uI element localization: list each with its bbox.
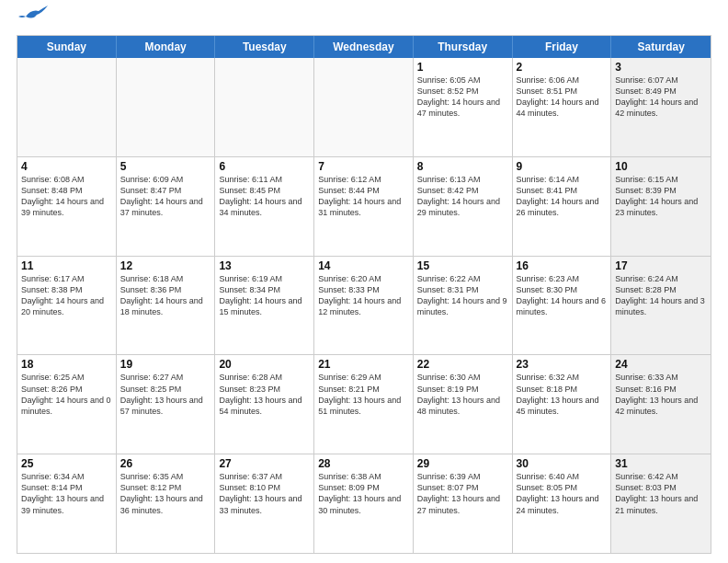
calendar-cell-19: 19Sunrise: 6:27 AM Sunset: 8:25 PM Dayli… bbox=[117, 355, 216, 454]
calendar-header: SundayMondayTuesdayWednesdayThursdayFrid… bbox=[17, 36, 711, 58]
calendar-cell-22: 22Sunrise: 6:30 AM Sunset: 8:19 PM Dayli… bbox=[414, 355, 513, 454]
calendar-cell-empty-0-0 bbox=[17, 58, 117, 156]
day-info: Sunrise: 6:08 AM Sunset: 8:48 PM Dayligh… bbox=[21, 174, 112, 219]
day-number: 17 bbox=[615, 259, 707, 272]
day-number: 28 bbox=[318, 457, 409, 470]
calendar-cell-8: 8Sunrise: 6:13 AM Sunset: 8:42 PM Daylig… bbox=[414, 157, 513, 256]
day-number: 15 bbox=[417, 259, 508, 272]
day-info: Sunrise: 6:09 AM Sunset: 8:47 PM Dayligh… bbox=[120, 174, 211, 219]
day-number: 25 bbox=[21, 457, 112, 470]
page: SundayMondayTuesdayWednesdayThursdayFrid… bbox=[0, 0, 728, 563]
weekday-header-friday: Friday bbox=[513, 36, 612, 58]
day-number: 24 bbox=[615, 358, 707, 371]
header bbox=[17, 15, 711, 26]
day-number: 23 bbox=[517, 358, 608, 371]
day-number: 27 bbox=[219, 457, 310, 470]
calendar-row-3: 18Sunrise: 6:25 AM Sunset: 8:26 PM Dayli… bbox=[17, 355, 711, 454]
calendar-cell-6: 6Sunrise: 6:11 AM Sunset: 8:45 PM Daylig… bbox=[215, 157, 314, 256]
calendar-row-0: 1Sunrise: 6:05 AM Sunset: 8:52 PM Daylig… bbox=[17, 58, 711, 157]
calendar-cell-1: 1Sunrise: 6:05 AM Sunset: 8:52 PM Daylig… bbox=[414, 58, 513, 156]
logo bbox=[17, 15, 48, 26]
day-number: 18 bbox=[21, 358, 112, 371]
day-number: 26 bbox=[120, 457, 211, 470]
day-number: 13 bbox=[219, 259, 310, 272]
calendar-cell-empty-0-1 bbox=[117, 58, 216, 156]
day-info: Sunrise: 6:28 AM Sunset: 8:23 PM Dayligh… bbox=[219, 372, 310, 417]
day-info: Sunrise: 6:18 AM Sunset: 8:36 PM Dayligh… bbox=[120, 273, 211, 318]
day-number: 7 bbox=[318, 160, 409, 173]
day-info: Sunrise: 6:13 AM Sunset: 8:42 PM Dayligh… bbox=[417, 174, 508, 219]
day-info: Sunrise: 6:34 AM Sunset: 8:14 PM Dayligh… bbox=[21, 471, 112, 516]
day-info: Sunrise: 6:40 AM Sunset: 8:05 PM Dayligh… bbox=[517, 471, 608, 516]
day-number: 19 bbox=[120, 358, 211, 371]
day-info: Sunrise: 6:19 AM Sunset: 8:34 PM Dayligh… bbox=[219, 273, 310, 318]
day-number: 31 bbox=[615, 457, 707, 470]
calendar-cell-30: 30Sunrise: 6:40 AM Sunset: 8:05 PM Dayli… bbox=[513, 454, 612, 553]
calendar-cell-15: 15Sunrise: 6:22 AM Sunset: 8:31 PM Dayli… bbox=[414, 257, 513, 355]
weekday-header-wednesday: Wednesday bbox=[314, 36, 414, 58]
calendar-cell-18: 18Sunrise: 6:25 AM Sunset: 8:26 PM Dayli… bbox=[17, 355, 117, 454]
day-info: Sunrise: 6:11 AM Sunset: 8:45 PM Dayligh… bbox=[219, 174, 310, 219]
calendar-cell-12: 12Sunrise: 6:18 AM Sunset: 8:36 PM Dayli… bbox=[117, 257, 216, 355]
calendar-cell-29: 29Sunrise: 6:39 AM Sunset: 8:07 PM Dayli… bbox=[414, 454, 513, 553]
calendar-body: 1Sunrise: 6:05 AM Sunset: 8:52 PM Daylig… bbox=[17, 58, 711, 553]
day-info: Sunrise: 6:23 AM Sunset: 8:30 PM Dayligh… bbox=[517, 273, 608, 318]
day-number: 14 bbox=[318, 259, 409, 272]
calendar-cell-28: 28Sunrise: 6:38 AM Sunset: 8:09 PM Dayli… bbox=[314, 454, 414, 553]
day-info: Sunrise: 6:15 AM Sunset: 8:39 PM Dayligh… bbox=[615, 174, 707, 219]
calendar-cell-21: 21Sunrise: 6:29 AM Sunset: 8:21 PM Dayli… bbox=[314, 355, 414, 454]
calendar-row-4: 25Sunrise: 6:34 AM Sunset: 8:14 PM Dayli… bbox=[17, 454, 711, 553]
calendar-cell-16: 16Sunrise: 6:23 AM Sunset: 8:30 PM Dayli… bbox=[513, 257, 612, 355]
calendar-cell-14: 14Sunrise: 6:20 AM Sunset: 8:33 PM Dayli… bbox=[314, 257, 414, 355]
day-info: Sunrise: 6:22 AM Sunset: 8:31 PM Dayligh… bbox=[417, 273, 508, 318]
day-info: Sunrise: 6:12 AM Sunset: 8:44 PM Dayligh… bbox=[318, 174, 409, 219]
day-number: 10 bbox=[615, 160, 707, 173]
day-number: 8 bbox=[417, 160, 508, 173]
day-number: 16 bbox=[517, 259, 608, 272]
calendar-cell-empty-0-3 bbox=[314, 58, 414, 156]
day-info: Sunrise: 6:25 AM Sunset: 8:26 PM Dayligh… bbox=[21, 372, 112, 417]
calendar-cell-3: 3Sunrise: 6:07 AM Sunset: 8:49 PM Daylig… bbox=[611, 58, 711, 156]
day-info: Sunrise: 6:20 AM Sunset: 8:33 PM Dayligh… bbox=[318, 273, 409, 318]
day-number: 29 bbox=[417, 457, 508, 470]
weekday-header-saturday: Saturday bbox=[611, 36, 711, 58]
calendar-cell-4: 4Sunrise: 6:08 AM Sunset: 8:48 PM Daylig… bbox=[17, 157, 117, 256]
calendar-cell-11: 11Sunrise: 6:17 AM Sunset: 8:38 PM Dayli… bbox=[17, 257, 117, 355]
calendar-cell-10: 10Sunrise: 6:15 AM Sunset: 8:39 PM Dayli… bbox=[611, 157, 711, 256]
logo-bird-icon bbox=[18, 6, 48, 26]
calendar-cell-24: 24Sunrise: 6:33 AM Sunset: 8:16 PM Dayli… bbox=[611, 355, 711, 454]
calendar-cell-5: 5Sunrise: 6:09 AM Sunset: 8:47 PM Daylig… bbox=[117, 157, 216, 256]
day-number: 6 bbox=[219, 160, 310, 173]
day-number: 3 bbox=[615, 61, 707, 74]
day-info: Sunrise: 6:38 AM Sunset: 8:09 PM Dayligh… bbox=[318, 471, 409, 516]
day-info: Sunrise: 6:29 AM Sunset: 8:21 PM Dayligh… bbox=[318, 372, 409, 417]
day-number: 30 bbox=[517, 457, 608, 470]
day-info: Sunrise: 6:39 AM Sunset: 8:07 PM Dayligh… bbox=[417, 471, 508, 516]
weekday-header-thursday: Thursday bbox=[414, 36, 513, 58]
day-number: 9 bbox=[517, 160, 608, 173]
calendar-cell-empty-0-2 bbox=[215, 58, 314, 156]
weekday-header-monday: Monday bbox=[117, 36, 216, 58]
day-info: Sunrise: 6:33 AM Sunset: 8:16 PM Dayligh… bbox=[615, 372, 707, 417]
day-number: 22 bbox=[417, 358, 508, 371]
day-info: Sunrise: 6:37 AM Sunset: 8:10 PM Dayligh… bbox=[219, 471, 310, 516]
day-info: Sunrise: 6:06 AM Sunset: 8:51 PM Dayligh… bbox=[517, 75, 608, 120]
day-number: 5 bbox=[120, 160, 211, 173]
day-info: Sunrise: 6:24 AM Sunset: 8:28 PM Dayligh… bbox=[615, 273, 707, 318]
calendar-cell-20: 20Sunrise: 6:28 AM Sunset: 8:23 PM Dayli… bbox=[215, 355, 314, 454]
day-info: Sunrise: 6:30 AM Sunset: 8:19 PM Dayligh… bbox=[417, 372, 508, 417]
day-number: 1 bbox=[417, 61, 508, 74]
weekday-header-sunday: Sunday bbox=[17, 36, 117, 58]
weekday-header-tuesday: Tuesday bbox=[215, 36, 314, 58]
day-info: Sunrise: 6:14 AM Sunset: 8:41 PM Dayligh… bbox=[517, 174, 608, 219]
calendar-cell-2: 2Sunrise: 6:06 AM Sunset: 8:51 PM Daylig… bbox=[513, 58, 612, 156]
day-info: Sunrise: 6:17 AM Sunset: 8:38 PM Dayligh… bbox=[21, 273, 112, 318]
calendar: SundayMondayTuesdayWednesdayThursdayFrid… bbox=[17, 35, 711, 554]
day-number: 21 bbox=[318, 358, 409, 371]
day-info: Sunrise: 6:07 AM Sunset: 8:49 PM Dayligh… bbox=[615, 75, 707, 120]
day-info: Sunrise: 6:27 AM Sunset: 8:25 PM Dayligh… bbox=[120, 372, 211, 417]
day-info: Sunrise: 6:42 AM Sunset: 8:03 PM Dayligh… bbox=[615, 471, 707, 516]
calendar-row-1: 4Sunrise: 6:08 AM Sunset: 8:48 PM Daylig… bbox=[17, 157, 711, 257]
calendar-cell-23: 23Sunrise: 6:32 AM Sunset: 8:18 PM Dayli… bbox=[513, 355, 612, 454]
calendar-row-2: 11Sunrise: 6:17 AM Sunset: 8:38 PM Dayli… bbox=[17, 257, 711, 356]
